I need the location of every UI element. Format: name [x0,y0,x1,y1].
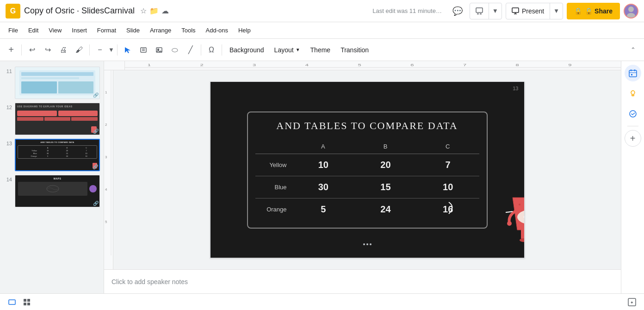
svg-rect-2 [480,13,482,14]
star-icon[interactable]: ☆ [140,6,147,15]
transition-label: Transition [341,46,369,54]
svg-text:8: 8 [516,63,519,67]
main-content: 11 🔗 12 Use diagrams to explain your ide… [0,61,644,293]
avatar[interactable] [624,4,638,19]
last-edit: Last edit was 11 minute… [372,7,442,14]
toolbar-shape[interactable]: ⬭ [167,43,182,57]
slide-number: 13 [513,86,518,91]
sidebar-lightbulb-button[interactable] [625,85,641,102]
accessibility-button[interactable]: ✦ [625,296,638,309]
svg-text:1: 1 [105,90,107,94]
svg-rect-1 [477,13,479,14]
slide-canvas[interactable]: 13 And tables to compare data A B [210,81,525,258]
background-button[interactable]: Background [225,43,269,57]
svg-rect-61 [9,300,15,304]
toolbar-zoom-out[interactable]: − [93,43,107,57]
present-dropdown[interactable]: ▼ [550,3,563,19]
svg-point-51 [520,238,525,242]
svg-point-6 [628,6,634,12]
sep4 [201,44,201,56]
slide-num-13: 13 [4,139,12,146]
menu-view[interactable]: View [44,24,66,37]
slide-item-12[interactable]: 12 Use diagrams to explain your ideas 🔗 [0,101,104,137]
menu-addons[interactable]: Add-ons [201,24,233,37]
menu-format[interactable]: Format [93,24,121,37]
table-row-blue: Blue 30 15 10 [255,176,479,198]
toolbar-undo[interactable]: ↩ [25,43,39,57]
layout-label: Layout [274,46,294,54]
toolbar-collapse[interactable]: ⌃ [625,43,640,57]
background-label: Background [229,46,264,54]
menu-slide[interactable]: Slide [122,24,144,37]
toolbar-paintformat[interactable]: 🖌 [72,43,87,57]
app-icon: G [6,4,20,19]
sidebar-check-button[interactable] [625,105,641,122]
slide-num-11: 11 [4,67,12,74]
sep3 [117,44,118,56]
resize-handle[interactable] [363,243,372,245]
slide-num-12: 12 [4,103,12,110]
svg-rect-49 [521,229,525,239]
svg-text:✦: ✦ [630,300,634,305]
toolbar-print[interactable]: 🖨 [56,43,71,57]
toolbar-redo[interactable]: ↪ [40,43,55,57]
top-bar: G Copy of Osric · SlidesCarnival ☆ 📁 ☁ L… [0,0,644,22]
slide-item-14[interactable]: 14 Maps 🔗 [0,173,104,209]
menu-file[interactable]: File [4,24,23,37]
cell-orange-b: 24 [354,198,417,220]
toolbar-text-box[interactable] [136,43,151,57]
toolbar-cursor[interactable] [120,43,135,57]
layout-button[interactable]: Layout ▼ [270,43,305,57]
slide-view-button[interactable] [470,3,489,19]
slide-thumb-13[interactable]: AND TABLES TO COMPARE DATA ABC Yellow102… [15,139,100,171]
slide-item-13[interactable]: 13 AND TABLES TO COMPARE DATA ABC Yellow… [0,137,104,173]
slide-title: And tables to compare data [255,120,479,132]
sep1 [21,44,22,56]
folder-icon[interactable]: 📁 [149,6,159,15]
data-table: A B C Yellow 10 20 [255,139,479,220]
notes-area[interactable]: Click to add speaker notes [104,269,621,293]
toolbar-special-chars[interactable]: Ω [204,43,219,57]
ruler-horizontal: 1 2 3 4 5 6 7 8 9 [104,61,621,70]
transition-button[interactable]: Transition [336,43,373,57]
cloud-icon[interactable]: ☁ [161,6,169,15]
slide-thumb-14[interactable]: Maps 🔗 [15,175,100,207]
cell-blue-c: 10 [417,176,479,198]
view-list-button[interactable] [6,296,19,309]
svg-rect-9 [141,48,146,52]
toolbar-image[interactable] [152,43,167,57]
toolbar-line[interactable]: ╱ [183,43,198,57]
theme-button[interactable]: Theme [306,43,335,57]
slide-thumb-11[interactable]: 🔗 [15,67,100,99]
svg-rect-3 [512,8,519,12]
toolbar: + ↩ ↪ 🖨 🖌 − ▼ ⬭ ╱ Ω Background Layout ▼ … [0,39,644,61]
slide-view-dropdown[interactable]: ▼ [489,3,502,19]
slide-item-11[interactable]: 11 🔗 [0,65,104,101]
menu-insert[interactable]: Insert [67,24,92,37]
view-grid-button[interactable] [20,296,33,309]
menu-help[interactable]: Help [234,24,255,37]
share-button[interactable]: 🔒 🔒 Share [567,3,620,19]
comment-button[interactable]: 💬 [449,3,466,19]
cell-yellow-a: 10 [292,154,355,176]
present-button[interactable]: Present [506,3,550,19]
menu-tools[interactable]: Tools [177,24,200,37]
toolbar-add[interactable]: + [4,43,19,57]
svg-text:2: 2 [200,63,203,67]
svg-point-58 [631,91,635,94]
sidebar-add-button[interactable]: + [625,130,641,147]
svg-text:4: 4 [105,187,107,192]
svg-rect-57 [631,74,632,75]
svg-point-47 [507,221,512,226]
menu-edit[interactable]: Edit [24,24,43,37]
lock-icon: 🔒 [574,7,582,15]
canvas-container[interactable]: 13 And tables to compare data A B [113,70,621,269]
slide-thumb-12[interactable]: Use diagrams to explain your ideas 🔗 [15,103,100,135]
sidebar-calendar-button[interactable] [625,65,641,81]
slides-panel: 11 🔗 12 Use diagrams to explain your ide… [0,61,104,293]
menu-arrange[interactable]: Arrange [145,24,176,37]
cell-blue-a: 30 [292,176,355,198]
col-header-empty [255,139,292,154]
table-row-yellow: Yellow 10 20 7 [255,154,479,176]
svg-point-60 [630,111,636,117]
